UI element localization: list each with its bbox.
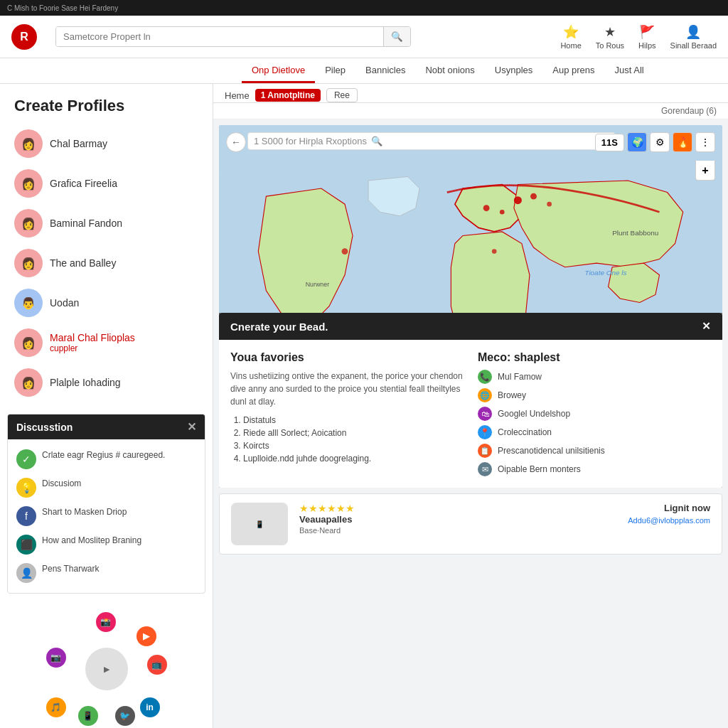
modal-right-item[interactable]: 📞 Mul Famow: [478, 370, 711, 384]
discussion-item[interactable]: ✓ Crlate eagr Regius # cauregeed.: [14, 445, 199, 473]
discussion-item[interactable]: ⬛ How and Moslitep Braning: [14, 530, 199, 559]
social-orbit-item[interactable]: 📱: [78, 706, 98, 726]
map-zoom-in-button[interactable]: +: [695, 161, 715, 181]
map-ctrl-orange-button[interactable]: 🔥: [673, 132, 692, 152]
profile-item[interactable]: 👩 Plalple Iohading: [7, 363, 205, 402]
bottom-subtitle: Base·Neard: [299, 526, 616, 535]
avatar: 👩: [14, 249, 43, 277]
header-nav-home[interactable]: ⭐ Home: [560, 24, 581, 50]
bottom-info: ★★★★★★ Veauapalles Base·Neard: [299, 503, 616, 535]
modal-close-button[interactable]: ✕: [702, 320, 711, 333]
home-icon: ⭐: [563, 24, 579, 40]
left-sidebar: Create Profiles 👩 Chal Barmay 👩 Grafica …: [0, 84, 213, 728]
tab-ree-button[interactable]: Ree: [326, 88, 358, 102]
profile-item[interactable]: 👩 Grafica Fireelia: [7, 164, 205, 203]
profile-list: 👩 Chal Barmay 👩 Grafica Fireelia 👩 Bamin…: [0, 124, 213, 402]
profile-item[interactable]: 👨 Uodan: [7, 283, 205, 323]
discussion-item[interactable]: f Shart to Masken Driop: [14, 502, 199, 530]
map-search-bar[interactable]: 1 S000 for Hirpla Rxoptions 🔍: [247, 132, 616, 150]
discussion-title: Discusstion: [16, 422, 73, 433]
discussion-text: Crlate eagr Regius # cauregeed.: [42, 449, 165, 461]
map-ctrl-btn4[interactable]: ⋮: [695, 132, 715, 152]
sub-nav: Onp Dietlove Pilep Bannicles Nobt onions…: [0, 58, 728, 84]
profile-name: The and Balley: [50, 257, 116, 269]
modal-title: Cnerate your Bead.: [230, 321, 328, 333]
profile-sub: cuppler: [50, 343, 135, 353]
modal-list-item: Koircts: [243, 441, 464, 451]
map-ctrl-btn2[interactable]: ⚙: [650, 132, 670, 152]
modal-right-item[interactable]: 🛍 Googlel Undelshop: [478, 407, 711, 421]
top-bar: C Mish to Foorie Sase Hei Fardeny: [0, 0, 728, 16]
modal-right-item[interactable]: ✉ Oipable Bern monters: [478, 462, 711, 476]
top-bar-label: C Mish to Foorie Sase Hei Fardeny: [7, 4, 118, 12]
profile-name: Chal Barmay: [50, 138, 107, 149]
modal-list-item: Riede alll Sorlect; Aoication: [243, 428, 464, 438]
social-orbit-item[interactable]: 📷: [46, 648, 66, 668]
social-orbit-item[interactable]: ▶: [136, 626, 156, 646]
subnav-item-3[interactable]: Nobt onions: [415, 59, 484, 83]
modal-body: Youa favories Vins ushetiizing ontive th…: [219, 340, 722, 488]
discussion-item[interactable]: 💡 Discusiom: [14, 473, 199, 502]
discussion-close-button[interactable]: ✕: [187, 420, 196, 434]
avatar: 👨: [14, 289, 43, 317]
main-content: Heme 1 Annotpltine Ree Gorendaup (6): [213, 84, 728, 728]
modal-right-item-label: Croleccination: [498, 427, 552, 437]
subnav-item-1[interactable]: Pilep: [315, 59, 355, 83]
subnav-item-0[interactable]: Onp Dietlove: [242, 59, 315, 83]
profile-item[interactable]: 👩 Maral Chal Flioplas cuppler: [7, 323, 205, 363]
discussion-icon: ✓: [16, 449, 36, 469]
star-icon: ★: [604, 24, 616, 40]
modal-list-item: Luplloide.ndd juhde doogrelaging.: [243, 454, 464, 464]
modal-right-title: Meco: shaplest: [478, 351, 711, 364]
modal-right-item[interactable]: 📋 Prescanotidencal unilsitienis: [478, 444, 711, 458]
subnav-item-4[interactable]: Usynples: [485, 59, 542, 83]
modal-right-item-label: Mul Famow: [498, 372, 542, 382]
svg-point-13: [547, 202, 552, 207]
header-nav-user[interactable]: 👤 Sinall Beraad: [670, 24, 717, 50]
modal-right-item[interactable]: 🌐 Browey: [478, 388, 711, 402]
header-nav-home-label: Home: [560, 41, 581, 50]
modal-right: Meco: shaplest 📞 Mul Famow 🌐 Browey: [478, 351, 711, 476]
map-back-button[interactable]: ←: [226, 132, 246, 152]
social-circle-center[interactable]: ▶: [85, 648, 128, 690]
header-nav-toroue-label: To Rous: [596, 41, 624, 50]
discussion-body: ✓ Crlate eagr Regius # cauregeed. 💡 Disc…: [8, 439, 205, 593]
social-orbit-item[interactable]: 🐦: [115, 706, 135, 726]
profile-item[interactable]: 👩 Baminal Fandon: [7, 203, 205, 243]
avatar: 👩: [14, 209, 43, 237]
header-search-bar[interactable]: 🔍: [55, 26, 411, 47]
map-ctrl-blue-button[interactable]: 🌍: [627, 132, 647, 152]
device-thumbnail: 📱: [231, 503, 288, 545]
social-circle: 📸 ▶ 📺 in 🐦 📱 🎵 📷 ▶: [43, 605, 171, 728]
header-nav: ⭐ Home ★ To Rous 🚩 Hilps 👤 Sinall Beraad: [560, 24, 717, 50]
svg-point-15: [492, 249, 497, 254]
discussion-header: Discusstion ✕: [8, 414, 205, 439]
profile-item[interactable]: 👩 The and Balley: [7, 243, 205, 283]
bottom-title: Veauapalles: [299, 514, 616, 525]
modal-right-item[interactable]: 📍 Croleccination: [478, 425, 711, 439]
modal-overlay: Cnerate your Bead. ✕ Youa favories Vins …: [219, 313, 722, 488]
header-search-input[interactable]: [56, 27, 383, 46]
header-nav-hilps[interactable]: 🚩 Hilps: [638, 24, 655, 50]
discussion-text: Pens Tharwark: [42, 563, 99, 575]
header-search-button[interactable]: 🔍: [383, 27, 410, 46]
annotation-badge[interactable]: 1 Annotpltine: [255, 89, 321, 102]
bottom-email[interactable]: Addu6@ivlobpplas.com: [628, 516, 710, 525]
modal-left: Youa favories Vins ushetiizing ontive th…: [230, 351, 464, 476]
shop-icon: 🛍: [478, 407, 492, 421]
svg-point-12: [530, 193, 537, 200]
content-header: Heme 1 Annotpltine Ree: [213, 84, 728, 103]
social-orbit-item[interactable]: 📺: [147, 655, 167, 675]
social-orbit-item[interactable]: 🎵: [46, 697, 66, 717]
discussion-item[interactable]: 👤 Pens Tharwark: [14, 559, 199, 587]
profile-item[interactable]: 👩 Chal Barmay: [7, 124, 205, 164]
subnav-item-2[interactable]: Bannicles: [355, 59, 415, 83]
map-container: Solla Rarr Mohua ADR7LG Slalih Clntel Ma…: [219, 125, 722, 488]
subnav-item-5[interactable]: Aup prens: [542, 59, 604, 83]
subnav-item-6[interactable]: Just All: [605, 59, 654, 83]
profile-name: Plalple Iohading: [50, 377, 121, 388]
header-nav-toroue[interactable]: ★ To Rous: [596, 24, 624, 50]
social-orbit-item[interactable]: 📸: [96, 612, 116, 632]
content-subheader: Gorendaup (6): [213, 103, 728, 119]
social-orbit-item[interactable]: in: [140, 697, 160, 717]
